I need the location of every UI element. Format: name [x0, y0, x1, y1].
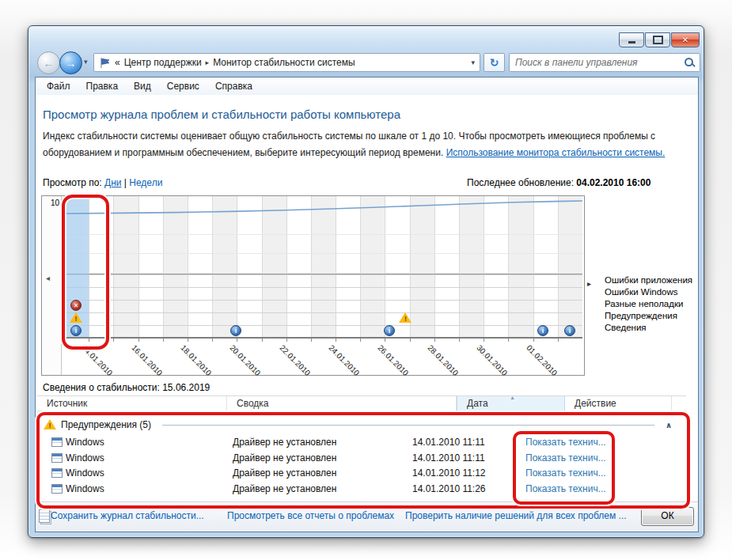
- last-update: Последнее обновление: 04.02.2010 16:00: [467, 177, 650, 188]
- view-days-link[interactable]: Дни: [104, 177, 121, 188]
- chart-plot-area[interactable]: ✕ i i i i i: [64, 196, 582, 337]
- refresh-button[interactable]: ↻: [484, 53, 505, 72]
- view-separator: |: [124, 177, 127, 188]
- menu-tools[interactable]: Сервис: [159, 78, 207, 94]
- check-solutions-link[interactable]: Проверить наличие решений для всех пробл…: [405, 510, 627, 521]
- error-icon[interactable]: ✕: [70, 300, 82, 311]
- row-summary: Драйвер не установлен: [233, 483, 336, 494]
- row-source: Windows: [66, 437, 104, 448]
- info-icon[interactable]: i: [537, 325, 548, 336]
- row-date: 14.01.2010 11:11: [412, 437, 485, 448]
- forward-arrow-icon: →: [66, 57, 77, 70]
- chart-event-row-gridlines: [64, 274, 582, 337]
- search-input[interactable]: [514, 56, 684, 69]
- menu-edit[interactable]: Правка: [78, 78, 127, 94]
- group-divider-line: [162, 425, 654, 426]
- row-date: 14.01.2010 11:26: [412, 483, 486, 494]
- stability-chart: ◂ 10 ✕ i i: [41, 195, 585, 376]
- breadcrumb-separator-icon: ▸: [206, 59, 210, 66]
- scroll-right-icon[interactable]: ▸: [587, 279, 591, 288]
- show-technical-details-link[interactable]: Показать технич...: [525, 483, 606, 494]
- show-technical-details-link[interactable]: Показать технич...: [525, 467, 606, 479]
- footer-bar: Сохранить журнал стабильности... Просмот…: [36, 501, 698, 532]
- chart-x-axis: 14.01.2010 16.01.2010 18.01.2010 20.01.2…: [64, 337, 582, 374]
- show-technical-details-link[interactable]: Показать технич...: [525, 452, 606, 464]
- close-icon: ✕: [682, 36, 688, 44]
- info-icon[interactable]: i: [70, 325, 82, 336]
- forward-button[interactable]: →: [59, 51, 82, 74]
- show-technical-details-link[interactable]: Показать технич...: [525, 437, 606, 448]
- chart-x-ticks: [64, 339, 582, 342]
- ok-button[interactable]: ОК: [641, 507, 694, 526]
- last-update-value: 04.02.2010 16:00: [576, 177, 650, 188]
- table-row[interactable]: Windows Драйвер не установлен 14.01.2010…: [37, 435, 677, 450]
- table-row[interactable]: Windows Драйвер не установлен 14.01.2010…: [37, 482, 677, 497]
- back-arrow-icon: ←: [44, 57, 55, 70]
- column-header-action[interactable]: Действие: [565, 396, 672, 411]
- x-tick-label: 26.01.2010: [376, 343, 410, 377]
- x-tick-label: 16.01.2010: [130, 343, 164, 377]
- menu-help[interactable]: Справка: [207, 78, 260, 94]
- title-bar[interactable]: ✕: [28, 26, 704, 48]
- info-icon[interactable]: i: [564, 325, 575, 336]
- legend-information: Сведения: [605, 322, 692, 334]
- usage-help-link[interactable]: Использование монитора стабильности сист…: [446, 147, 666, 158]
- menu-file[interactable]: Файл: [39, 78, 78, 94]
- column-header-date[interactable]: ▴ Дата: [457, 396, 565, 411]
- last-update-label: Последнее обновление:: [467, 177, 574, 188]
- view-by-bar: Просмотр по: Дни | Недели: [43, 177, 162, 188]
- warnings-group-row[interactable]: Предупреждения (5) ∧: [37, 418, 677, 432]
- warning-icon[interactable]: [399, 312, 412, 324]
- sort-ascending-icon: ▴: [511, 394, 514, 401]
- table-row[interactable]: Windows Драйвер не установлен 14.01.2010…: [37, 451, 677, 466]
- row-source: Windows: [66, 483, 104, 494]
- row-summary: Драйвер не установлен: [233, 437, 336, 448]
- breadcrumb-chevrons[interactable]: «: [115, 57, 120, 68]
- client-area: Файл Правка Вид Сервис Справка Просмотр …: [35, 77, 699, 532]
- search-box[interactable]: [509, 53, 700, 72]
- view-all-problem-reports-link[interactable]: Просмотреть все отчеты о проблемах: [227, 510, 394, 521]
- warning-icon[interactable]: [70, 312, 82, 324]
- refresh-icon: ↻: [490, 56, 499, 69]
- x-tick-label: 30.01.2010: [475, 343, 509, 377]
- recent-pages-dropdown-icon[interactable]: ▾: [84, 58, 88, 66]
- search-icon[interactable]: [684, 57, 696, 69]
- menu-view[interactable]: Вид: [126, 78, 159, 94]
- column-header-source[interactable]: Источник: [37, 396, 227, 411]
- x-tick-label: 01.02.2010: [525, 343, 559, 377]
- menu-bar: Файл Правка Вид Сервис Справка: [36, 78, 698, 96]
- info-icon[interactable]: i: [384, 325, 395, 336]
- column-header-summary[interactable]: Сводка: [227, 396, 457, 411]
- intro-line-1: Индекс стабильности системы оценивает об…: [43, 128, 665, 145]
- intro-text: Индекс стабильности системы оценивает об…: [43, 128, 665, 161]
- maximize-button[interactable]: [645, 32, 670, 47]
- save-stability-log-link[interactable]: Сохранить журнал стабильности...: [51, 510, 204, 521]
- column-header-filler: [672, 396, 686, 411]
- x-tick-label: 20.01.2010: [228, 343, 262, 377]
- back-button[interactable]: ←: [37, 51, 60, 74]
- stability-details-table: Источник Сводка ▴ Дата Действие Предупре…: [37, 395, 686, 502]
- legend-application-failures: Ошибки приложения: [605, 274, 692, 286]
- row-summary: Драйвер не установлен: [233, 452, 336, 464]
- row-summary: Драйвер не установлен: [233, 467, 336, 479]
- page-title: Просмотр журнала проблем и стабильности …: [43, 108, 400, 121]
- close-button[interactable]: ✕: [671, 32, 700, 47]
- minimize-button[interactable]: [619, 32, 644, 47]
- caption-buttons: ✕: [618, 32, 700, 47]
- x-tick-label: 14.01.2010: [80, 343, 114, 377]
- intro-line-2-text: оборудованием и программным обеспечением…: [43, 147, 443, 158]
- info-icon[interactable]: i: [230, 325, 241, 336]
- row-source: Windows: [66, 452, 104, 464]
- scroll-left-icon[interactable]: ◂: [46, 274, 50, 282]
- x-tick-label: 28.01.2010: [426, 343, 460, 377]
- breadcrumb-item-reliability-monitor[interactable]: Монитор стабильности системы: [213, 57, 355, 68]
- breadcrumb[interactable]: « Центр поддержки ▸ Монитор стабильности…: [93, 53, 480, 72]
- collapse-group-icon[interactable]: ∧: [666, 421, 677, 429]
- navigation-bar: ← → ▾ « Центр поддержки ▸ Монитор стабил…: [28, 48, 704, 77]
- view-weeks-link[interactable]: Недели: [129, 177, 162, 188]
- x-tick-label: 18.01.2010: [179, 343, 213, 377]
- address-dropdown-icon[interactable]: ▾: [471, 59, 475, 66]
- table-row[interactable]: Windows Драйвер не установлен 14.01.2010…: [37, 466, 677, 481]
- row-date: 14.01.2010 11:12: [412, 467, 486, 479]
- breadcrumb-item-support-center[interactable]: Центр поддержки: [124, 57, 202, 68]
